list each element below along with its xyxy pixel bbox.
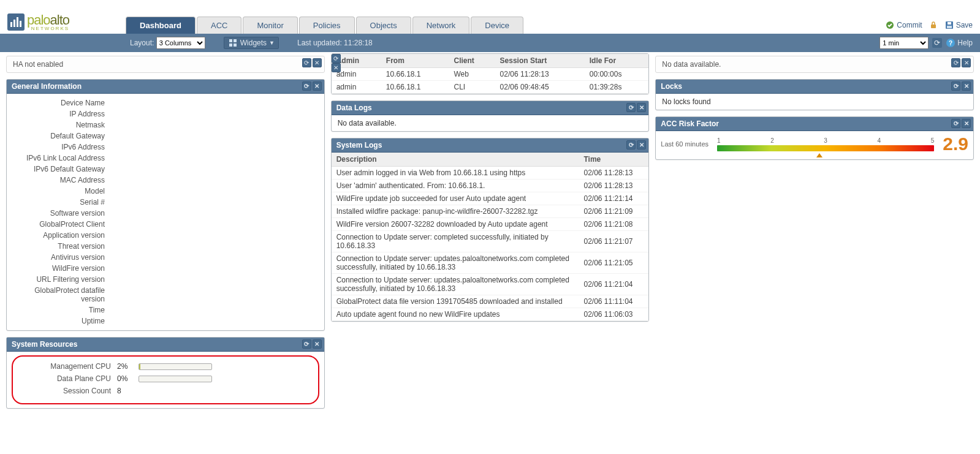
info-label: Uptime — [13, 317, 111, 325]
close-icon[interactable]: ✕ — [962, 119, 971, 128]
top-actions: Commit Save — [885, 20, 973, 30]
info-label: Serial # — [13, 198, 111, 206]
tab-acc[interactable]: ACC — [197, 17, 241, 34]
info-label: WildFire version — [13, 264, 111, 273]
commit-link[interactable]: Commit — [885, 20, 922, 30]
refresh-interval-select[interactable]: 1 min — [879, 37, 929, 49]
close-icon[interactable]: ✕ — [637, 140, 646, 149]
admins-widget: ⟳✕ AdminFromClientSession StartIdle Fora… — [331, 53, 650, 94]
table-header: Description — [332, 153, 579, 167]
table-row: admin10.66.18.1CLI02/06 09:48:4501:39:28… — [332, 81, 649, 94]
tab-objects[interactable]: Objects — [356, 17, 411, 34]
svg-rect-4 — [20, 21, 21, 27]
info-row: Software version — [13, 208, 318, 219]
close-icon[interactable]: ✕ — [313, 81, 322, 91]
table-row: User admin logged in via Web from 10.66.… — [332, 167, 649, 180]
close-icon[interactable]: ✕ — [313, 58, 322, 67]
refresh-icon[interactable]: ⟳ — [951, 81, 960, 91]
refresh-icon[interactable]: ⟳ — [951, 58, 960, 67]
table-cell: 02/06 09:48:45 — [495, 81, 585, 94]
info-row: MAC Address — [13, 175, 318, 186]
refresh-icon[interactable]: ⟳ — [626, 103, 636, 112]
tab-device[interactable]: Device — [471, 17, 523, 34]
refresh-icon[interactable]: ⟳ — [626, 140, 636, 149]
close-icon[interactable]: ✕ — [637, 103, 646, 112]
system-logs-table: DescriptionTimeUser admin logged in via … — [332, 153, 649, 321]
resource-row: Session Count8 — [19, 385, 312, 397]
risk-tick: 1 — [717, 137, 721, 144]
refresh-icon[interactable]: ⟳ — [302, 58, 311, 67]
table-row: WildFire update job succeeded for user A… — [332, 192, 649, 205]
info-row: URL Filtering version — [13, 274, 318, 285]
info-value — [111, 198, 318, 206]
save-link[interactable]: Save — [944, 20, 973, 30]
column-2: ⟳✕ AdminFromClientSession StartIdle Fora… — [331, 56, 650, 328]
lock-icon[interactable] — [929, 20, 938, 30]
layout-select[interactable]: 3 Columns — [156, 37, 205, 49]
help-link[interactable]: ? Help — [946, 38, 973, 48]
log-time: 02/06 11:28:13 — [579, 167, 648, 180]
widgets-button[interactable]: Widgets ▼ — [224, 37, 279, 49]
info-row: Time — [13, 305, 318, 316]
tab-policies[interactable]: Policies — [299, 17, 355, 34]
resource-label: Management CPU — [19, 362, 117, 371]
commit-icon — [885, 20, 895, 30]
close-icon[interactable]: ✕ — [962, 58, 971, 67]
info-value — [111, 110, 318, 118]
refresh-icon[interactable]: ⟳ — [932, 38, 942, 48]
widget-title: General Information — [12, 82, 82, 91]
resource-row: Management CPU2% — [19, 360, 312, 373]
sub-bar: Layout: 3 Columns Widgets ▼ Last updated… — [0, 34, 980, 52]
tab-monitor[interactable]: Monitor — [243, 17, 297, 34]
progress-bar — [139, 363, 212, 370]
widget-header: ACC Risk Factor ⟳✕ — [656, 117, 973, 131]
table-row: Installed wildfire package: panup-inc-wi… — [332, 205, 649, 218]
resource-row: Data Plane CPU0% — [19, 373, 312, 385]
refresh-icon[interactable]: ⟳ — [302, 339, 311, 349]
close-icon[interactable]: ✕ — [332, 63, 341, 72]
info-value — [111, 121, 318, 129]
info-label: IPv6 Default Gateway — [13, 165, 111, 173]
widget-title: Locks — [661, 82, 682, 91]
table-row: Connection to Update server: updates.pal… — [332, 274, 649, 295]
layout-label: Layout: — [130, 39, 154, 47]
table-cell: 01:39:28s — [585, 81, 649, 94]
log-time: 02/06 11:21:05 — [579, 252, 648, 274]
tab-dashboard[interactable]: Dashboard — [126, 17, 196, 34]
log-description: Auto update agent found no new WildFire … — [332, 308, 579, 321]
info-row: WildFire version — [13, 263, 318, 274]
tab-network[interactable]: Network — [412, 17, 470, 34]
refresh-icon[interactable]: ⟳ — [332, 54, 341, 63]
help-label: Help — [957, 39, 973, 47]
risk-period: Last 60 minutes — [661, 140, 708, 148]
svg-text:?: ? — [949, 40, 952, 47]
info-value — [111, 187, 318, 195]
refresh-icon[interactable]: ⟳ — [951, 119, 960, 128]
no-data-text: No data available. — [338, 119, 397, 127]
refresh-icon[interactable]: ⟳ — [302, 81, 311, 91]
close-icon[interactable]: ✕ — [962, 81, 971, 91]
help-icon: ? — [946, 38, 955, 48]
widget-header: General Information ⟳✕ — [7, 80, 324, 94]
logo-subtext: NETWORKS — [27, 26, 69, 31]
close-icon[interactable]: ✕ — [313, 339, 322, 349]
risk-scale: 12345 — [717, 137, 934, 151]
table-row: Connection to Update server: completed s… — [332, 231, 649, 252]
info-label: Default Gateway — [13, 132, 111, 140]
svg-rect-12 — [229, 44, 232, 47]
widgets-icon — [228, 38, 238, 48]
table-header: Time — [579, 153, 648, 167]
system-logs-widget: System Logs ⟳✕ DescriptionTimeUser admin… — [331, 138, 650, 322]
log-time: 02/06 11:21:08 — [579, 218, 648, 231]
logo-icon — [7, 13, 25, 31]
info-label: Antivirus version — [13, 253, 111, 262]
svg-rect-10 — [229, 39, 232, 42]
info-label: Model — [13, 187, 111, 195]
table-row: WildFire version 26007-32282 downloaded … — [332, 218, 649, 231]
commit-label: Commit — [897, 21, 922, 29]
info-value — [111, 176, 318, 184]
svg-rect-9 — [947, 26, 952, 28]
widget-title: ACC Risk Factor — [661, 119, 719, 128]
risk-tick: 3 — [824, 137, 827, 144]
general-info-widget: General Information ⟳✕ Device NameIP Add… — [6, 79, 325, 331]
